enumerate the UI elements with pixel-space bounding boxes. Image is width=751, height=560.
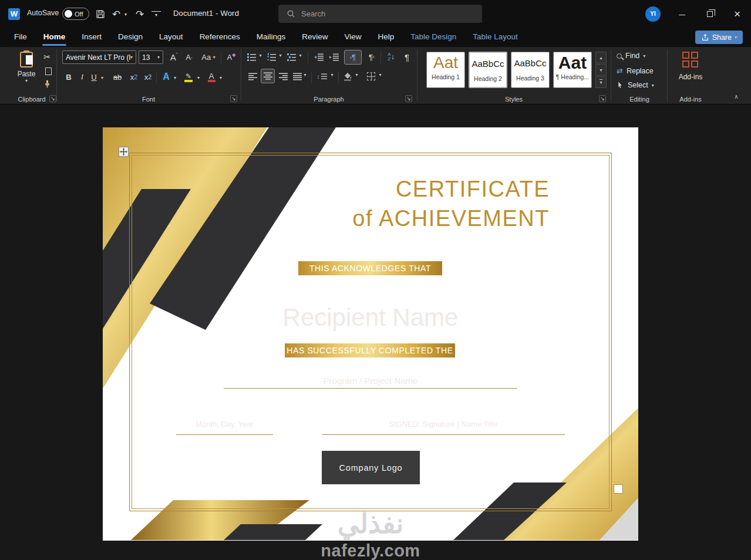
text-effects-chevron-icon[interactable]: ▾: [171, 73, 179, 82]
redo-icon[interactable]: ↷: [134, 6, 146, 22]
program-name-placeholder[interactable]: Program / Project Name: [103, 376, 638, 386]
multilevel-list-button[interactable]: [287, 52, 297, 62]
bold-button[interactable]: B: [63, 70, 74, 83]
undo-chevron-icon[interactable]: ▾: [122, 6, 129, 22]
align-left-button[interactable]: [247, 70, 258, 82]
tab-design[interactable]: Design: [110, 28, 151, 47]
tab-home[interactable]: Home: [35, 28, 74, 47]
style-heading4[interactable]: Aat ¶ Heading...: [553, 52, 592, 88]
grow-font-button[interactable]: Aˆ: [167, 50, 181, 64]
company-logo-placeholder[interactable]: Company Logo: [322, 451, 420, 484]
highlight-chevron-icon[interactable]: ▾: [195, 73, 202, 82]
find-button[interactable]: Find ▾: [617, 52, 645, 60]
replace-button[interactable]: ⇄ Replace: [617, 66, 654, 75]
font-color-chevron-icon[interactable]: ▾: [217, 73, 224, 82]
show-hide-pilcrow-button[interactable]: ¶: [402, 50, 412, 63]
align-right-button[interactable]: [277, 70, 289, 82]
styles-gallery-expand[interactable]: ▾: [595, 76, 607, 88]
styles-scroll-down[interactable]: ▾: [595, 64, 607, 76]
style-heading1[interactable]: Aat Heading 1: [426, 52, 465, 88]
search-input[interactable]: Search: [278, 5, 482, 23]
multilevel-chevron-icon[interactable]: ▾: [297, 53, 304, 58]
borders-chevron-icon[interactable]: ▾: [377, 72, 383, 77]
signature-placeholder[interactable]: SIGNED: Signature | Name Title: [322, 420, 565, 429]
font-dialog-launcher[interactable]: ↘: [230, 95, 237, 102]
justify-button[interactable]: [291, 70, 303, 82]
clear-formatting-button[interactable]: A◆: [224, 50, 238, 64]
strikethrough-button[interactable]: ab: [110, 70, 124, 83]
save-icon[interactable]: [93, 6, 108, 22]
document-canvas[interactable]: CERTIFICATE of ACHIEVEMENT THIS ACKNOWLE…: [0, 104, 751, 560]
highlight-color-button[interactable]: ✎: [182, 69, 195, 85]
customize-toolbar-icon[interactable]: ▾: [151, 11, 161, 18]
cut-button[interactable]: ✂: [41, 52, 53, 62]
justify-chevron-icon[interactable]: ▾: [302, 72, 308, 77]
shading-chevron-icon[interactable]: ▾: [353, 72, 360, 77]
styles-dialog-launcher[interactable]: ↘: [599, 95, 606, 102]
style-heading3[interactable]: AaBbCc Heading 3: [511, 52, 550, 88]
avatar[interactable]: YI: [645, 6, 661, 22]
format-painter-button[interactable]: [41, 79, 53, 89]
tab-help[interactable]: Help: [370, 28, 403, 47]
align-center-button[interactable]: [261, 69, 275, 83]
title-bar: W AutoSave Off ↶ ▾ ↷ ▾ Document1 - Word …: [0, 0, 751, 28]
decrease-indent-button[interactable]: [312, 52, 324, 62]
rtl-text-direction-button[interactable]: ¶‹: [365, 52, 378, 62]
word-logo-icon[interactable]: W: [8, 8, 20, 20]
tab-view[interactable]: View: [336, 28, 369, 47]
close-button[interactable]: ×: [723, 0, 751, 28]
tab-review[interactable]: Review: [294, 28, 336, 47]
clipboard-dialog-launcher[interactable]: ↘: [49, 95, 56, 102]
resize-handle-square[interactable]: [614, 484, 623, 494]
shading-button[interactable]: [342, 70, 353, 82]
tab-file[interactable]: File: [6, 28, 35, 47]
recipient-name-placeholder[interactable]: Recipient Name: [103, 303, 638, 332]
tab-table-layout[interactable]: Table Layout: [464, 28, 526, 47]
italic-button[interactable]: I: [78, 70, 87, 83]
select-label: Select: [628, 81, 648, 89]
underline-button[interactable]: U: [89, 70, 99, 83]
addins-button[interactable]: Add-ins: [668, 52, 713, 81]
styles-scroll-up[interactable]: ▴: [595, 52, 607, 63]
table-move-handle[interactable]: [119, 147, 129, 157]
font-color-button[interactable]: A: [206, 69, 217, 85]
group-styles: Aat Heading 1 AaBbCc Heading 2 AaBbCc He…: [419, 47, 608, 104]
collapse-ribbon-button[interactable]: ∧: [730, 92, 742, 101]
increase-indent-button[interactable]: [328, 52, 339, 62]
restore-button[interactable]: [696, 0, 723, 28]
tab-table-design[interactable]: Table Design: [402, 28, 464, 47]
document-page[interactable]: CERTIFICATE of ACHIEVEMENT THIS ACKNOWLE…: [103, 127, 638, 541]
underline-chevron-icon[interactable]: ▾: [99, 73, 106, 82]
share-button[interactable]: Share ▾: [695, 31, 743, 44]
undo-icon[interactable]: ↶: [110, 6, 122, 22]
copy-button[interactable]: [42, 66, 54, 76]
numbering-button[interactable]: [267, 52, 277, 62]
line-spacing-button[interactable]: ↕: [315, 70, 329, 82]
text-effects-button[interactable]: A: [160, 70, 173, 83]
bullets-chevron-icon[interactable]: ▾: [257, 53, 264, 58]
paragraph-dialog-launcher[interactable]: ↘: [405, 95, 412, 102]
tab-layout[interactable]: Layout: [151, 28, 191, 47]
superscript-button[interactable]: x2: [142, 70, 154, 83]
ltr-text-direction-button[interactable]: ›¶: [344, 50, 362, 65]
font-size-combobox[interactable]: 13▾: [139, 50, 163, 64]
tab-mailings[interactable]: Mailings: [248, 28, 294, 47]
change-case-button[interactable]: Aa ▾: [198, 50, 218, 64]
minimize-button[interactable]: ─: [668, 0, 696, 28]
borders-button[interactable]: [365, 70, 377, 82]
paste-button[interactable]: Paste ▾: [13, 50, 40, 92]
tab-insert[interactable]: Insert: [73, 28, 110, 47]
sort-button[interactable]: AZ↓: [384, 50, 398, 63]
bullets-button[interactable]: [247, 52, 257, 62]
autosave-toggle[interactable]: Off: [62, 8, 89, 20]
replace-icon: ⇄: [617, 66, 623, 75]
select-button[interactable]: Select ▾: [617, 81, 654, 89]
numbering-chevron-icon[interactable]: ▾: [277, 53, 284, 58]
line-spacing-chevron-icon[interactable]: ▾: [329, 72, 335, 77]
style-heading2[interactable]: AaBbCc Heading 2: [469, 52, 507, 88]
tab-references[interactable]: References: [191, 28, 248, 47]
subscript-button[interactable]: x2: [128, 70, 140, 83]
font-name-combobox[interactable]: Avenir Next LT Pro (I▾: [62, 50, 136, 64]
shrink-font-button[interactable]: Aˇ: [182, 50, 196, 64]
date-placeholder[interactable]: Month, Day, Year: [176, 420, 273, 429]
